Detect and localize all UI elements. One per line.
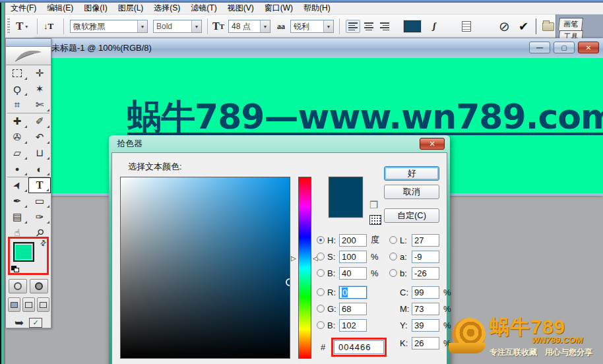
text-color-swatch[interactable]	[404, 15, 421, 38]
ok-button[interactable]: 好	[384, 166, 439, 181]
jump-to-imageready-button[interactable]: ➥	[15, 316, 24, 330]
menu-filter[interactable]: 滤镜(T)	[185, 2, 222, 15]
align-center-button[interactable]	[362, 20, 376, 33]
m-input[interactable]: 73	[412, 303, 439, 315]
maximize-button[interactable]: ▢	[554, 42, 575, 53]
l-input[interactable]: 27	[412, 234, 439, 247]
web-safe-cube-icon[interactable]: ❒	[369, 199, 378, 211]
tool-notes[interactable]: ▤	[6, 209, 28, 225]
standard-mode-button[interactable]	[9, 279, 27, 293]
y-input[interactable]: 39	[412, 319, 439, 332]
radio-rgb-b[interactable]	[317, 321, 325, 329]
h-input[interactable]: 200	[339, 234, 367, 247]
foreground-color-swatch[interactable]	[13, 242, 34, 262]
text-orientation-button[interactable]: ↓T	[44, 15, 53, 38]
tool-history-brush[interactable]: ↶	[28, 129, 51, 145]
swap-colors-icon[interactable]: ⇄	[38, 238, 49, 249]
tab-brushes[interactable]: 画笔	[558, 18, 583, 30]
menu-edit[interactable]: 编辑(E)	[42, 2, 79, 15]
swatch-warning-icon[interactable]	[369, 215, 381, 225]
toolbox-title-bar[interactable]	[6, 39, 51, 47]
file-browser-button[interactable]	[542, 15, 554, 38]
tool-eyedropper[interactable]: ✑	[28, 209, 51, 225]
tool-move[interactable]: ✛	[28, 65, 51, 81]
tool-type-selected[interactable]: T	[28, 177, 51, 193]
radio-b[interactable]	[317, 269, 325, 277]
dialog-close-button[interactable]: ✕	[420, 138, 445, 150]
options-grip[interactable]	[7, 18, 10, 34]
hue-slider[interactable]	[298, 177, 311, 359]
radio-r[interactable]	[317, 288, 325, 296]
font-size-select[interactable]: 48 点 ▼	[228, 20, 270, 33]
fullscreen-menu-button[interactable]	[22, 297, 35, 312]
saturation-brightness-field[interactable]	[120, 177, 290, 359]
fullscreen-button[interactable]	[37, 297, 49, 312]
tool-healing-brush[interactable]: ✚	[6, 113, 28, 129]
tool-magic-wand[interactable]: ✶	[28, 81, 51, 97]
tool-eraser[interactable]: ▱	[6, 145, 28, 161]
tool-dodge[interactable]: ◐	[28, 161, 51, 177]
rgb-b-input[interactable]: 102	[339, 319, 367, 332]
chevron-down-icon[interactable]: ▼	[191, 20, 201, 32]
cancel-edits-button[interactable]: ⊘	[499, 15, 510, 38]
custom-button[interactable]: 自定(C)	[384, 208, 439, 223]
chevron-down-icon[interactable]: ▼	[323, 20, 333, 32]
minimize-button[interactable]: —	[529, 42, 550, 53]
antialias-select[interactable]: 锐利 ▼	[290, 20, 334, 33]
tool-pen[interactable]: ✒	[6, 193, 28, 209]
k-input[interactable]: 26	[412, 337, 439, 349]
tool-clone-stamp[interactable]: ✇	[6, 129, 28, 145]
tool-path-select[interactable]: ➤	[6, 177, 28, 193]
tool-slice[interactable]: ✄	[28, 97, 51, 113]
font-style-select[interactable]: Bold ▼	[153, 20, 202, 33]
r-input[interactable]: 0	[339, 286, 367, 299]
tool-lasso[interactable]: Ϙ	[6, 81, 28, 97]
chevron-down-icon[interactable]: ▼	[137, 20, 147, 32]
c-input[interactable]: 99	[412, 286, 439, 299]
tool-paint-bucket[interactable]: ⊔	[28, 145, 51, 161]
close-button[interactable]: ✕	[578, 42, 599, 53]
cancel-button[interactable]: 取消	[384, 185, 439, 199]
g-input[interactable]: 68	[339, 303, 367, 315]
chevron-down-icon[interactable]: ▼	[260, 20, 270, 32]
tool-crop[interactable]: ⌗	[6, 97, 28, 113]
menu-file[interactable]: 文件(F)	[5, 2, 42, 15]
menu-window[interactable]: 窗口(W)	[259, 2, 298, 15]
dialog-title-bar[interactable]: 拾色器	[109, 135, 450, 152]
font-family-select[interactable]: 微软雅黑 ▼	[70, 20, 148, 33]
radio-l[interactable]	[389, 236, 397, 244]
radio-g[interactable]	[317, 305, 325, 313]
align-left-button[interactable]	[346, 20, 360, 33]
standard-screen-button[interactable]	[8, 297, 20, 312]
align-right-button[interactable]	[377, 20, 392, 33]
hue-slider-left-arrow[interactable]: ▷	[291, 255, 296, 262]
b-input[interactable]: 40	[339, 267, 367, 280]
menu-layer[interactable]: 图层(L)	[113, 2, 149, 15]
tool-shape[interactable]: ▭	[28, 193, 51, 209]
hex-input[interactable]: 004466	[334, 340, 384, 354]
menu-view[interactable]: 视图(V)	[222, 2, 259, 15]
color-field-marker[interactable]	[286, 278, 290, 286]
a-input[interactable]: -9	[412, 251, 439, 263]
radio-s[interactable]	[317, 253, 325, 260]
radio-lab-b[interactable]	[389, 269, 397, 277]
menu-image[interactable]: 图像(I)	[79, 2, 112, 15]
photoshop-logo[interactable]	[6, 47, 51, 65]
toggle-palettes-button[interactable]	[462, 15, 471, 38]
imageready-icon[interactable]: ✓	[29, 318, 42, 328]
quick-mask-button[interactable]	[30, 279, 48, 293]
lab-b-input[interactable]: -26	[412, 267, 439, 280]
warp-text-button[interactable]: ʃ	[433, 15, 435, 38]
type-tool-preset[interactable]: T ▾	[16, 15, 28, 38]
document-title-bar[interactable]: 未标题-1 @ 100%(RGB/8) — ▢ ✕	[32, 38, 603, 58]
s-input[interactable]: 100	[339, 251, 367, 263]
menu-help[interactable]: 帮助(H)	[298, 2, 336, 15]
tool-blur[interactable]: ●	[6, 161, 28, 177]
radio-h[interactable]	[317, 236, 325, 244]
commit-edits-button[interactable]: ✔	[519, 15, 528, 38]
tool-marquee[interactable]	[6, 65, 28, 81]
radio-a[interactable]	[389, 253, 397, 260]
default-colors-icon[interactable]	[11, 266, 19, 272]
menu-select[interactable]: 选择(S)	[148, 2, 185, 15]
tool-brush[interactable]: ✐	[28, 113, 51, 129]
